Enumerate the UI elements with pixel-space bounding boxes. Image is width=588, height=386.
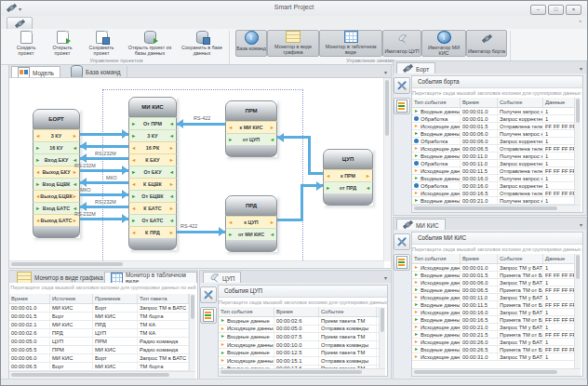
port-mikis-6[interactable]: ►От БЦВК◄ xyxy=(128,190,177,202)
port-prd-1[interactable]: ►от МИ КИС◄ xyxy=(225,228,277,240)
panel-dropdown-icon[interactable]: ▾ xyxy=(580,65,582,72)
table-row[interactable]: Обработка00:00:01.0Запрос корректен1 xyxy=(412,115,581,123)
table-vertical-scrollbar[interactable] xyxy=(379,307,385,368)
port-cup-1[interactable]: ►от ПРД◄ xyxy=(323,181,373,193)
canvas-horizontal-scrollbar[interactable] xyxy=(9,260,384,268)
table-row[interactable]: ►Входные данные00:00:21.0Получен запрос … xyxy=(412,197,581,205)
maximize-button[interactable]: □ xyxy=(548,5,564,15)
ribbon-button-база-команд[interactable]: База команд xyxy=(235,30,267,57)
table-row[interactable]: ►Входные данные00:00:11.0Получен запрос … xyxy=(412,153,581,160)
settings-tool-button[interactable] xyxy=(200,286,217,303)
ribbon-button-монитор-в-табличном-виде[interactable]: Монитор в табличном виде xyxy=(319,30,382,57)
canvas-vertical-scrollbar[interactable] xyxy=(383,78,391,261)
port-prm-0[interactable]: ◄к МИ КИС► xyxy=(225,121,277,133)
table-row[interactable]: ►Входные данные00:00:01.0Получен запрос … xyxy=(412,108,581,115)
ribbon-collapse-icon[interactable]: ^ xyxy=(579,20,581,25)
column-header[interactable]: Событие xyxy=(498,98,543,107)
ribbon-button-открыть-проект[interactable]: Открыть проект xyxy=(44,30,81,57)
diagram-block-mikis[interactable]: МИ КИС►От ПРМ◄►3 КУ◄◄16 РК►◄К БКУ►►От БК… xyxy=(128,97,177,250)
table-vertical-scrollbar[interactable] xyxy=(189,294,195,371)
table-row[interactable]: ►Исходящие данн...00:00:06.5Отправлена т… xyxy=(412,145,581,153)
diagram-block-bort[interactable]: БОРТ◄3 КУ►►16 КУ◄►Вход БКУ◄◄Выход БКУ►►В… xyxy=(33,109,80,238)
port-mikis-1[interactable]: ►3 КУ◄ xyxy=(128,129,177,141)
column-header[interactable]: Приемник xyxy=(93,294,138,303)
scrollbar-thumb[interactable] xyxy=(11,262,123,266)
column-header[interactable]: Источник xyxy=(50,294,93,303)
table-row[interactable]: ►Исходящие данн...00:00:11.5Отправлена т… xyxy=(412,167,581,175)
panel-dropdown-icon[interactable]: ▾ xyxy=(580,221,582,228)
port-mikis-5[interactable]: ◄К БЦВК► xyxy=(128,178,177,190)
table-row[interactable]: ►Входные данные00:00:21.5Принята ТМ от Б… xyxy=(412,331,581,339)
table-row[interactable]: ►Исходящие данн...00:00:16.5Отправлена т… xyxy=(412,190,581,197)
scrollbar-thumb[interactable] xyxy=(11,373,169,377)
column-header[interactable]: Время xyxy=(274,307,319,316)
table-vertical-scrollbar[interactable] xyxy=(574,254,581,368)
events-list-tool-button[interactable] xyxy=(394,98,410,114)
table-row[interactable]: ►Входные данные00:00:12.5Прием пакета ТМ xyxy=(219,349,385,357)
diagram-block-prd[interactable]: ПРД◄к ЦУП►►от МИ КИС◄ xyxy=(225,195,277,252)
ribbon-button-имитатор-борта[interactable]: Имитатор борта xyxy=(466,30,507,57)
table-row[interactable]: Обработка00:00:16.0Запрос корректен1 xyxy=(412,182,581,190)
model-canvas[interactable]: БОРТ◄3 КУ►►16 КУ◄►Вход БКУ◄◄Выход БКУ►►В… xyxy=(8,77,392,269)
ribbon-button-имитатор-ми-кис[interactable]: Имитатор МИ КИС xyxy=(421,30,466,57)
port-bort-4[interactable]: ►Вход БЦВК◄ xyxy=(33,178,80,190)
settings-tool-button[interactable] xyxy=(394,77,410,94)
column-header[interactable]: Событие xyxy=(498,254,543,263)
table-row[interactable]: Обработка00:00:06.0Запрос корректен1 xyxy=(412,138,581,145)
column-header[interactable]: Время xyxy=(9,294,50,303)
table-row[interactable]: Обработка00:00:11.0Запрос корректен1 xyxy=(412,160,581,167)
table-row[interactable]: ►Исходящие данн...00:00:06.0Запрос ТМ у … xyxy=(412,279,581,286)
table-row[interactable]: 00:00:02.6ПРДЦУПТМ КА xyxy=(9,329,195,338)
port-bort-0[interactable]: ◄3 КУ► xyxy=(33,129,80,141)
table-row[interactable]: 00:00:01.0МИ КИСБортЗапрос ТМ в БАТС xyxy=(9,304,195,313)
table-row[interactable]: ►Исходящие данн...00:00:26.0Запрос ТМ у … xyxy=(412,339,581,346)
diagram-block-prm[interactable]: ПРМ◄к МИ КИС►►от ЦУП◄ xyxy=(225,100,277,157)
table-row[interactable]: ►Входные данные00:00:16.0Получен запрос … xyxy=(412,175,581,182)
port-bort-2[interactable]: ►Вход БКУ◄ xyxy=(33,153,80,166)
column-header[interactable]: Время xyxy=(461,98,498,107)
port-bort-1[interactable]: ►16 КУ◄ xyxy=(33,141,80,153)
diagram-block-cup[interactable]: ЦУП◄к ПРМ►►от ПРД◄ xyxy=(323,149,373,206)
scrollbar-thumb[interactable] xyxy=(381,308,384,332)
table-vertical-scrollbar[interactable] xyxy=(574,98,581,205)
column-header[interactable]: Тип события xyxy=(219,307,274,316)
ribbon-button-открыть-проект-из-базы-данных[interactable]: Открыть проект из базы данных xyxy=(122,30,178,57)
scrollbar-thumb[interactable] xyxy=(414,370,557,374)
minimize-button[interactable]: – xyxy=(530,5,546,15)
table-row[interactable]: ►Входные данные00:00:06.5Принята ТМ от Б… xyxy=(412,286,581,294)
port-mikis-4[interactable]: ►От БКУ◄ xyxy=(128,166,177,178)
port-prm-1[interactable]: ►от ЦУП◄ xyxy=(225,133,277,145)
table-row[interactable]: ►Исходящие данные00:00:15.1Отправка кома… xyxy=(219,357,385,366)
table-row[interactable]: ►Исходящие данн...00:00:01.5Отправлена т… xyxy=(412,123,581,130)
table-row[interactable]: 00:00:06.5БортМИ КИСТМ борта xyxy=(9,363,195,371)
column-header[interactable]: Тип события xyxy=(412,254,461,263)
port-mikis-3[interactable]: ◄К БКУ► xyxy=(128,153,177,166)
table-horizontal-scrollbar[interactable] xyxy=(219,368,385,376)
events-list-tool-button[interactable] xyxy=(200,307,217,324)
table-row[interactable]: ►Входные данные00:00:11.5Принята ТМ от Б… xyxy=(412,301,581,309)
scrollbar-thumb[interactable] xyxy=(414,206,557,210)
column-header[interactable]: Тип пакета xyxy=(138,294,189,303)
close-button[interactable]: × xyxy=(566,5,581,15)
scrollbar-thumb[interactable] xyxy=(576,99,580,123)
port-mikis-9[interactable]: ◄К ПРД► xyxy=(128,226,177,238)
scrollbar-thumb[interactable] xyxy=(576,255,580,279)
settings-tool-button[interactable] xyxy=(394,233,410,250)
table-row[interactable]: ►Входные данные00:00:26.5Принята ТМ от Б… xyxy=(412,346,581,353)
table-row[interactable]: ►Входные данные00:00:02.6Прием пакета ТМ xyxy=(219,317,385,326)
ribbon-button-сохранить-проект[interactable]: Сохранить проект xyxy=(81,30,122,57)
table-horizontal-scrollbar[interactable] xyxy=(412,368,581,376)
table-row[interactable]: ►Исходящие данные00:00:05.0Отправка кома… xyxy=(219,326,385,334)
column-header[interactable]: Событие xyxy=(319,307,377,316)
table-row[interactable]: ►Исходящие данн...00:00:21.0Запрос ТМ у … xyxy=(412,324,581,331)
table-row[interactable]: ►Входные данные00:00:16.5Принята ТМ от Б… xyxy=(412,316,581,324)
table-row[interactable]: ►Входные данные00:00:07.5Прием пакета ТМ xyxy=(219,333,385,341)
table-horizontal-scrollbar[interactable] xyxy=(412,205,581,212)
table-row[interactable]: ►Исходящие данн...00:00:16.0Запрос ТМ у … xyxy=(412,309,581,316)
table-row[interactable]: ►Исходящие данн...00:00:01.0Запрос ТМ у … xyxy=(412,264,581,272)
document-tab-1[interactable]: База команд xyxy=(65,66,127,77)
monitor-tab-0[interactable]: Монитор в виде графика xyxy=(11,272,109,283)
column-header[interactable]: Время xyxy=(461,254,498,263)
table-row[interactable]: 00:00:05.0ЦУППРМРадио команда xyxy=(9,338,195,346)
ribbon-button-имитатор-цуп[interactable]: Имитатор ЦУП xyxy=(382,30,421,57)
